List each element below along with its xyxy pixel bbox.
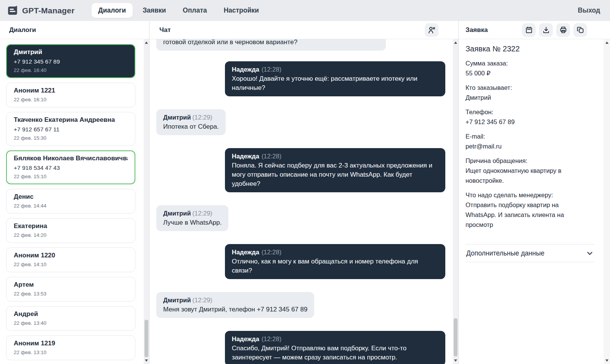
- dialogs-panel: Диалоги Дмитрий +7 912 345 67 89 22 фев.…: [0, 21, 149, 364]
- top-bar: GPT-Manager Диалоги Заявки Оплата Настро…: [0, 0, 610, 21]
- download-button[interactable]: [539, 23, 553, 37]
- dialog-card[interactable]: Ткаченко Екатерина Андреевна +7 912 657 …: [6, 112, 135, 146]
- dialog-name: Екатерина: [14, 222, 128, 230]
- scrollbar-thumb[interactable]: [144, 320, 148, 357]
- request-field-customer: Кто заказывает: Дмитрий: [466, 83, 595, 102]
- dialog-card[interactable]: Денис 22 фев. 14:44: [6, 189, 135, 214]
- nav-tab-payment[interactable]: Оплата: [176, 3, 214, 18]
- print-button[interactable]: [556, 23, 570, 37]
- scroll-down-button[interactable]: [604, 358, 610, 363]
- dialog-phone: +7 912 657 67 11: [14, 125, 128, 133]
- chat-messages: готовой отделкой или в черновом варианте…: [149, 39, 458, 364]
- message-text: Хорошо! Давайте я уточню ещё: рассматрив…: [232, 74, 438, 93]
- app-logo-icon: [7, 5, 18, 16]
- message-text: Отлично, как я могу к вам обращаться и н…: [232, 257, 438, 275]
- dialog-card[interactable]: Бяляков Николаев Вячиславовичваы… +7 918…: [6, 150, 135, 184]
- dialog-card[interactable]: Аноним 1219 22 фев. 13:10: [6, 335, 135, 360]
- chat-message-outgoing: Надежда(12:28) Хорошо! Давайте я уточню …: [156, 61, 445, 96]
- request-panel: Заявка: [458, 21, 610, 364]
- chat-message-incoming: готовой отделкой или в черновом варианте…: [156, 39, 445, 51]
- dialog-date: 22 фев. 16:40: [14, 67, 128, 74]
- dialog-card[interactable]: Андрей 22 фев. 13:40: [6, 306, 135, 331]
- dialog-card-selected[interactable]: Дмитрий +7 912 345 67 89 22 фев. 16:40: [6, 44, 135, 78]
- nav-tab-dialogs[interactable]: Диалоги: [92, 3, 133, 18]
- dialog-card[interactable]: Аноним 1220 22 фев. 14:10: [6, 247, 135, 272]
- message-author: Дмитрий: [163, 210, 191, 217]
- triangle-up-icon: [605, 42, 608, 44]
- message-author: Дмитрий: [163, 114, 191, 121]
- brand: GPT-Manager: [7, 5, 75, 16]
- field-label: E-mail:: [466, 131, 595, 141]
- logout-link[interactable]: Выход: [578, 6, 600, 14]
- dialog-name: Аноним 1220: [14, 251, 128, 260]
- chat-message-outgoing: Надежда(12:28) Спасибо, Дмитрий! Отправл…: [156, 331, 445, 364]
- scroll-down-button[interactable]: [453, 358, 458, 363]
- nav-tab-settings[interactable]: Настройки: [217, 3, 266, 18]
- message-text: Поняла. Я сейчас подберу для вас 2-3 акт…: [232, 161, 438, 188]
- scroll-up-button[interactable]: [144, 40, 149, 45]
- copy-icon: [576, 26, 584, 34]
- copy-button[interactable]: [573, 23, 587, 37]
- dialog-name: Андрей: [14, 310, 128, 318]
- request-field-reason: Причина обращения: Ищет однокомнатную кв…: [466, 156, 595, 185]
- app-title: GPT-Manager: [22, 6, 75, 15]
- message-text: Меня зовут Дмитрий, телефон +7 912 345 6…: [163, 305, 307, 314]
- field-value: Дмитрий: [466, 93, 580, 102]
- calendar-button[interactable]: [522, 23, 536, 37]
- main-nav: Диалоги Заявки Оплата Настройки: [92, 3, 266, 18]
- dialog-name: Аноним 1221: [14, 86, 128, 95]
- field-value: Ищет однокомнатную квартиру в новостройк…: [466, 166, 580, 185]
- message-time: (12:29): [193, 297, 212, 303]
- field-label: Причина обращения:: [466, 156, 595, 166]
- chat-message-outgoing: Надежда(12:28) Отлично, как я могу к вам…: [156, 244, 445, 279]
- message-time: (12:29): [193, 114, 212, 121]
- field-label: Кто заказывает:: [466, 83, 595, 93]
- scroll-up-button[interactable]: [604, 40, 610, 45]
- chat-scrollbar[interactable]: [453, 39, 458, 364]
- dialog-date: 22 фев. 15:30: [14, 135, 128, 142]
- nav-tab-requests[interactable]: Заявки: [136, 3, 173, 18]
- request-number-heading: Заявка № 2322: [466, 44, 595, 54]
- request-panel-title: Заявка: [466, 26, 488, 34]
- chat-message-incoming: Дмитрий(12:29) Меня зовут Дмитрий, телеф…: [156, 292, 445, 318]
- dialog-card[interactable]: Артем 22 фев. 13:53: [6, 277, 135, 302]
- message-author: Надежда: [232, 335, 259, 342]
- field-value: Отправить подборку квартир на WhatsApp. …: [466, 200, 580, 230]
- request-field-phone: Телефон: +7 912 345 67 89: [466, 107, 595, 127]
- dialog-date: 22 фев. 13:53: [14, 291, 128, 297]
- dialog-name: Бяляков Николаев Вячиславовичваы…: [14, 154, 128, 163]
- dialog-date: 22 фев. 14:44: [14, 203, 128, 209]
- dialog-date: 22 фев. 13:10: [14, 349, 128, 356]
- chevron-down-icon: [586, 249, 594, 257]
- request-field-manager-task: Что надо сделать менеджеру: Отправить по…: [466, 190, 595, 230]
- field-label: Сумма заказа:: [466, 58, 595, 68]
- triangle-up-icon: [145, 42, 148, 44]
- window-scrollbar[interactable]: [604, 39, 610, 364]
- request-field-sum: Сумма заказа: 55 000 ₽: [466, 58, 595, 78]
- field-value: petr@mail.ru: [466, 141, 580, 151]
- request-field-email: E-mail: petr@mail.ru: [466, 131, 595, 151]
- dialog-date: 22 фев. 14:10: [14, 261, 128, 268]
- triangle-down-icon: [454, 359, 457, 362]
- triangle-up-icon: [454, 42, 457, 44]
- dialogs-scrollbar[interactable]: [144, 39, 149, 364]
- triangle-down-icon: [145, 359, 148, 362]
- scrollbar-thumb[interactable]: [454, 318, 458, 356]
- dialog-card[interactable]: Екатерина 22 фев. 14:20: [6, 218, 135, 243]
- printer-icon: [559, 26, 567, 34]
- scroll-up-button[interactable]: [453, 40, 458, 45]
- extra-data-toggle[interactable]: Дополнительные данные: [466, 244, 595, 262]
- message-time: (12:28): [262, 335, 281, 342]
- scroll-down-button[interactable]: [144, 358, 149, 363]
- extra-data-label: Дополнительные данные: [466, 249, 544, 257]
- remove-user-button[interactable]: [425, 23, 438, 37]
- user-x-icon: [427, 26, 436, 34]
- dialog-phone: +7 912 345 67 89: [14, 57, 128, 65]
- dialog-name: Аноним 1219: [14, 339, 128, 348]
- field-label: Телефон:: [466, 107, 595, 117]
- dialog-name: Ткаченко Екатерина Андреевна: [14, 116, 128, 124]
- dialog-card[interactable]: Аноним 1221 22 фев. 16:10: [6, 83, 135, 107]
- message-time: (12:28): [262, 249, 281, 255]
- message-text: готовой отделкой или в черновом варианте…: [163, 39, 379, 47]
- dialog-date: 22 фев. 14:20: [14, 232, 128, 239]
